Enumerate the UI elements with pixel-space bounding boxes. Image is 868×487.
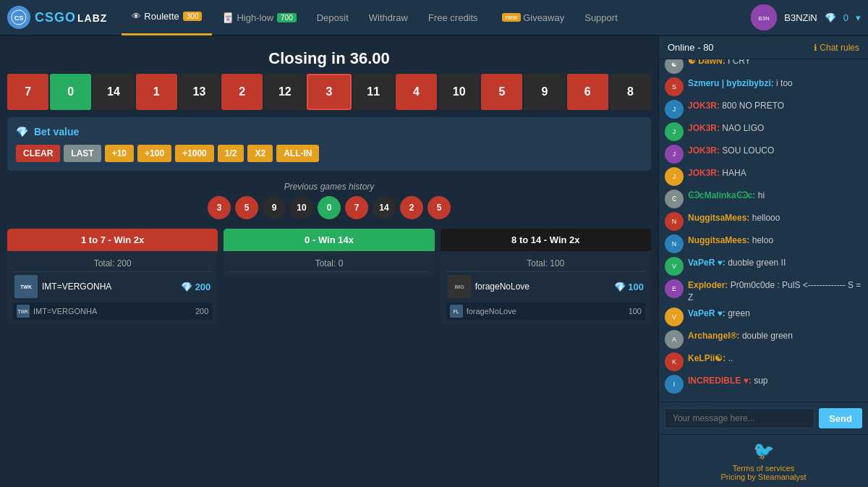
history-section: Previous games history 35910071425 xyxy=(7,178,651,223)
chat-messages[interactable]: ГГладиатар: закидывать?LLa Cobra.: azzzz… xyxy=(659,59,868,402)
twitter-icon: 🐦 xyxy=(665,441,862,461)
chat-msg-avatar-7: J xyxy=(665,100,684,119)
chat-msg-13: NNuggitsaMees: heloo xyxy=(665,234,862,253)
nav-right: B3N B3NZiN 💎 0 ▾ xyxy=(751,4,861,30)
bet-box-header-0[interactable]: 1 to 7 - Win 2x xyxy=(7,229,218,251)
chat-msg-18: KKeLPii☯: .. xyxy=(665,352,862,371)
chat-msg-avatar-6: S xyxy=(665,77,684,96)
chat-msg-avatar-10: J xyxy=(665,167,684,186)
bet-value-label: Bet value xyxy=(34,126,79,137)
chat-msg-17: AArchangel®: double green xyxy=(665,330,862,349)
bet-box-body-1: Total: 0 xyxy=(224,251,434,276)
bet-buttons: CLEARLAST+10+100+10001/2X2ALL-IN xyxy=(16,145,642,162)
bet-box-total-2: Total: 100 xyxy=(446,255,645,272)
bet-box-1: 0 - Win 14xTotal: 0 xyxy=(224,229,434,324)
bet-btn-plus1000[interactable]: +1000 xyxy=(175,145,214,162)
svg-text:B3N: B3N xyxy=(758,15,770,22)
chat-input-area: Send xyxy=(659,402,868,434)
chat-msg-avatar-19: I xyxy=(665,375,684,394)
bet-btn-x2[interactable]: X2 xyxy=(247,145,273,162)
chat-msg-avatar-18: K xyxy=(665,352,684,371)
chat-msg-avatar-14: V xyxy=(665,257,684,276)
svg-text:TWK: TWK xyxy=(20,284,32,289)
bet-row-small-2: FLforageNoLove100 xyxy=(446,302,645,320)
chat-msg-text-13: NuggitsaMees: heloo xyxy=(688,234,773,247)
nav-withdraw[interactable]: Withdraw xyxy=(359,0,418,35)
nav-roulette[interactable]: 👁 Roulette 300 xyxy=(122,0,212,35)
roulette-badge: 300 xyxy=(183,12,203,21)
nav-roulette-label: Roulette xyxy=(144,11,179,22)
history-circle-2: 9 xyxy=(263,196,286,219)
nav-highlow-label: High-low xyxy=(237,12,273,23)
bet-btn-plus100[interactable]: +100 xyxy=(137,145,171,162)
username: B3NZiN xyxy=(784,12,817,23)
nav-freecredits[interactable]: Free credits xyxy=(418,0,488,35)
chat-msg-text-8: JOK3R: NAO LIGO xyxy=(688,122,764,135)
nav-support[interactable]: Support xyxy=(574,0,628,35)
bet-btn-plus10[interactable]: +10 xyxy=(105,145,134,162)
roulette-cell-10: 10 xyxy=(438,74,480,110)
bet-box-body-2: Total: 100IMGforageNoLove💎 100FLforageNo… xyxy=(441,251,651,324)
user-avatar[interactable]: B3N xyxy=(751,4,777,30)
nav-deposit[interactable]: Deposit xyxy=(307,0,359,35)
history-circle-3: 10 xyxy=(290,196,313,219)
history-circle-8: 5 xyxy=(427,196,451,219)
roulette-row: 70141132123114105968 xyxy=(7,74,651,110)
nav-highlow[interactable]: 🃏 High-low 700 xyxy=(212,0,306,35)
navbar: CS CSGOLABZ 👁 Roulette 300 🃏 High-low 70… xyxy=(0,0,868,36)
bet-entry-0: TWKIMT=VERGONHA💎 200 xyxy=(13,272,212,301)
chat-msg-7: JJOK3R: 800 NO PRETO xyxy=(665,100,862,119)
chat-msg-text-14: VaPeR ♥: duoble green II xyxy=(688,257,786,269)
bet-btn-last[interactable]: LAST xyxy=(64,145,101,162)
roulette-cell-3: 1 xyxy=(136,74,177,110)
roulette-cell-9: 4 xyxy=(396,74,437,110)
highlow-icon: 🃏 xyxy=(222,12,234,23)
bet-entry-amount-2: 💎 100 xyxy=(614,281,644,292)
bet-row-small-0: TWKIMT=VERGONHA200 xyxy=(13,302,212,320)
info-icon: ℹ xyxy=(814,43,817,53)
nav-freecredits-label: Free credits xyxy=(428,12,478,23)
bet-entry-name-2: forageNoLove xyxy=(475,281,610,292)
main-content: Closing in 36.00 70141132123114105968 💎 … xyxy=(0,36,868,487)
chat-msg-avatar-5: ☯ xyxy=(665,59,684,74)
bet-diamond-icon: 💎 xyxy=(16,126,28,137)
chat-rules-link[interactable]: ℹ Chat rules xyxy=(814,43,859,53)
chat-msg-9: JJOK3R: SOU LOUCO xyxy=(665,145,862,164)
chat-footer: 🐦 Terms of servicesPricing by Steamanaly… xyxy=(659,434,868,487)
footer-link-0[interactable]: Terms of services xyxy=(665,464,862,473)
history-circle-7: 2 xyxy=(400,196,423,219)
balance-amount: 0 xyxy=(843,12,848,23)
roulette-cell-0: 7 xyxy=(7,74,48,110)
logo[interactable]: CS CSGOLABZ xyxy=(7,6,107,29)
roulette-cell-2: 14 xyxy=(93,74,134,110)
chat-send-button[interactable]: Send xyxy=(819,408,862,428)
bet-row-small-amount-2: 100 xyxy=(629,307,642,316)
nav-giveaway[interactable]: new Giveaway xyxy=(488,0,575,35)
roulette-cell-7: 3 xyxy=(307,74,351,110)
chat-footer-links: Terms of servicesPricing by Steamanalyst xyxy=(665,464,862,481)
bet-box-header-2[interactable]: 8 to 14 - Win 2x xyxy=(441,229,651,251)
roulette-cell-5: 2 xyxy=(221,74,263,110)
chat-msg-avatar-8: J xyxy=(665,122,684,141)
chat-msg-text-11: ϾϿcMalinkaϾϿc: hi xyxy=(688,190,765,202)
chat-msg-19: IINCREDIBLE ♥: sup xyxy=(665,375,862,394)
history-circle-1: 5 xyxy=(235,196,258,219)
balance-suffix: ▾ xyxy=(856,12,861,23)
footer-link-1[interactable]: Pricing by Steamanalyst xyxy=(665,473,862,481)
giveaway-new-badge: new xyxy=(502,13,522,22)
chat-online: Online - 80 xyxy=(668,42,714,53)
bet-box-header-1[interactable]: 0 - Win 14x xyxy=(224,229,434,251)
bet-btn-clear[interactable]: CLEAR xyxy=(16,145,60,162)
bet-box-total-1: Total: 0 xyxy=(229,255,428,272)
chat-msg-10: JJOK3R: HAHA xyxy=(665,167,862,186)
bet-btn-1/2[interactable]: 1/2 xyxy=(218,145,244,162)
bet-entry-avatar-0: TWK xyxy=(14,275,38,298)
bet-area: 💎 Bet value CLEARLAST+10+100+10001/2X2AL… xyxy=(7,117,651,171)
bet-row-small-avatar-2: FL xyxy=(450,305,463,318)
roulette-cell-4: 13 xyxy=(179,74,220,110)
chat-input[interactable] xyxy=(665,408,814,428)
chat-msg-text-19: INCREDIBLE ♥: sup xyxy=(688,375,768,387)
bet-btn-all-in[interactable]: ALL-IN xyxy=(276,145,319,162)
bet-box-total-0: Total: 200 xyxy=(13,255,212,272)
bet-entry-avatar-2: IMG xyxy=(448,275,471,298)
